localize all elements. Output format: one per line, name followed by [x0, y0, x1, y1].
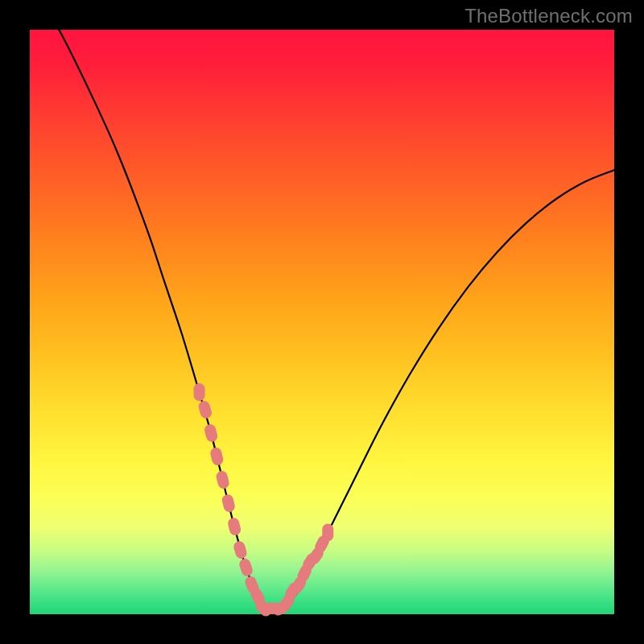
highlight-dot — [194, 383, 205, 401]
watermark-text: TheBottleneck.com — [464, 5, 633, 27]
highlight-dot — [209, 447, 225, 467]
highlight-dot — [233, 540, 248, 560]
curve-layer — [30, 30, 614, 614]
highlight-dot — [227, 517, 242, 537]
highlight-dot — [215, 470, 230, 490]
highlight-dot — [237, 557, 254, 577]
highlight-dot — [197, 399, 213, 419]
plot-area — [30, 30, 614, 614]
highlight-dot — [204, 423, 219, 444]
highlight-dot — [221, 493, 236, 514]
highlight-dots — [194, 383, 334, 618]
bottleneck-curve — [30, 0, 614, 610]
highlight-dot — [322, 523, 333, 541]
chart-frame: TheBottleneck.com — [0, 0, 644, 644]
